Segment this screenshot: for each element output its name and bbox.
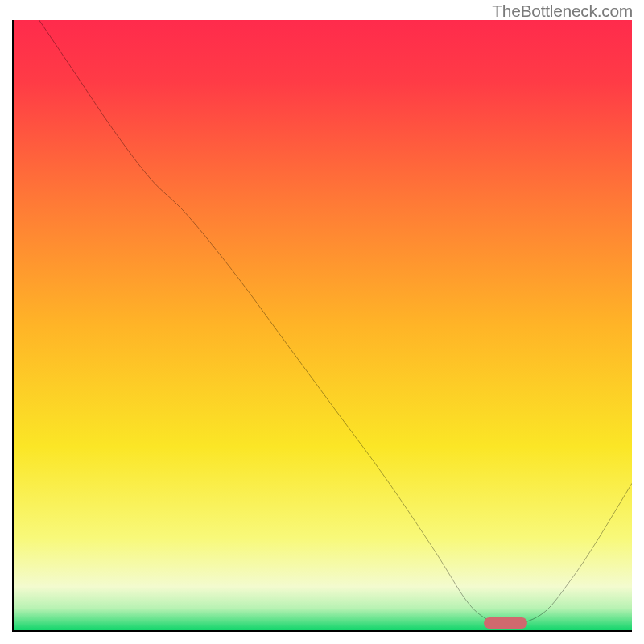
plot-area bbox=[12, 20, 632, 632]
bottleneck-curve bbox=[14, 20, 632, 630]
optimal-marker bbox=[484, 617, 527, 629]
watermark-text: TheBottleneck.com bbox=[492, 2, 633, 21]
